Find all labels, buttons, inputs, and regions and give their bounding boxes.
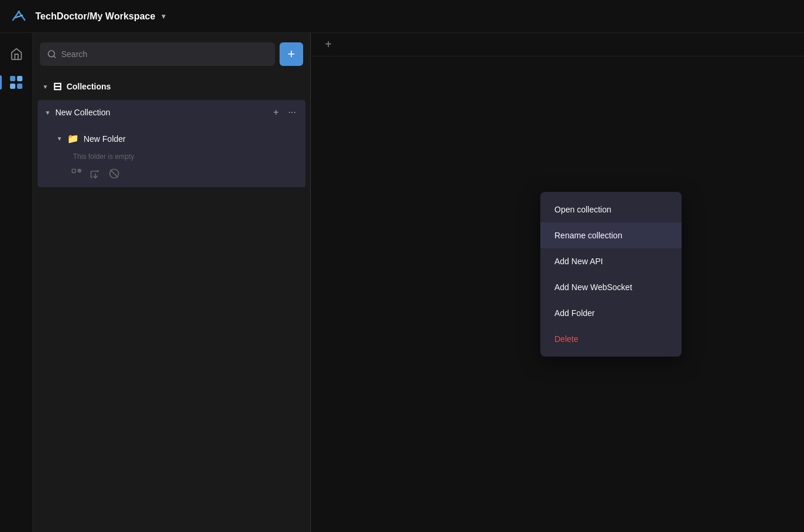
- svg-point-8: [97, 171, 98, 172]
- topbar: TechDoctor/My Workspace ▼: [0, 0, 804, 33]
- collections-tree: ▼ ⊟ Collections ▼ New Collection + ···: [33, 75, 310, 532]
- context-menu-open-collection[interactable]: Open collection: [540, 197, 682, 222]
- collection-chevron-icon: ▼: [45, 109, 51, 116]
- folder-name: New Folder: [84, 134, 126, 144]
- new-tab-button[interactable]: +: [320, 35, 337, 54]
- collection-actions: + ···: [271, 106, 298, 119]
- context-menu-add-new-api[interactable]: Add New API: [540, 248, 682, 274]
- content-header: +: [311, 33, 804, 56]
- search-input[interactable]: [61, 49, 268, 59]
- folder-item: ▼ 📁 New Folder This folder is empty: [38, 125, 305, 187]
- folder-icon: 📁: [67, 133, 79, 144]
- icon-sidebar: [0, 33, 33, 532]
- content-area: + Open collection Rename collection Add …: [311, 33, 804, 532]
- folder-chevron-icon: ▼: [57, 135, 62, 142]
- svg-point-0: [18, 11, 20, 13]
- app-logo: [9, 7, 28, 26]
- svg-line-2: [54, 56, 55, 58]
- main-layout: + ▼ ⊟ Collections ▼ New Collection + ···: [0, 33, 804, 532]
- disable-icon[interactable]: [108, 168, 120, 182]
- folder-empty-text: This folder is empty: [57, 148, 296, 163]
- add-request-icon[interactable]: [71, 168, 82, 182]
- collection-more-button[interactable]: ···: [286, 106, 298, 119]
- context-menu-rename-collection[interactable]: Rename collection: [540, 222, 682, 248]
- folder-tool-icons: [57, 163, 296, 182]
- context-menu: Open collection Rename collection Add Ne…: [540, 192, 682, 357]
- collection-add-button[interactable]: +: [271, 106, 281, 119]
- collections-label: Collections: [67, 82, 111, 91]
- folder-header[interactable]: ▼ 📁 New Folder: [57, 129, 296, 148]
- grid-icon: [10, 76, 23, 89]
- context-menu-add-folder[interactable]: Add Folder: [540, 300, 682, 326]
- svg-line-10: [111, 170, 118, 177]
- workspace-title[interactable]: TechDoctor/My Workspace ▼: [35, 11, 167, 22]
- search-icon: [47, 49, 57, 59]
- import-icon[interactable]: [89, 168, 101, 182]
- collection-name: New Collection: [55, 108, 266, 117]
- search-wrapper: [40, 42, 275, 66]
- svg-rect-3: [72, 169, 76, 173]
- collections-stack-icon: ⊟: [53, 80, 62, 93]
- sidebar-item-collections[interactable]: [5, 71, 28, 94]
- collections-panel: + ▼ ⊟ Collections ▼ New Collection + ···: [33, 33, 311, 532]
- context-menu-delete[interactable]: Delete: [540, 326, 682, 352]
- collection-item: ▼ New Collection + ··· ▼ 📁 New Folder Th…: [38, 100, 305, 187]
- add-collection-button[interactable]: +: [280, 42, 303, 66]
- collection-item-header[interactable]: ▼ New Collection + ···: [38, 100, 305, 125]
- sidebar-item-home[interactable]: [5, 42, 28, 66]
- collections-chevron-icon: ▼: [42, 84, 48, 90]
- context-menu-add-new-websocket[interactable]: Add New WebSocket: [540, 274, 682, 300]
- collections-header[interactable]: ▼ ⊟ Collections: [33, 75, 310, 98]
- search-area: +: [33, 33, 310, 75]
- workspace-chevron-icon: ▼: [160, 12, 167, 21]
